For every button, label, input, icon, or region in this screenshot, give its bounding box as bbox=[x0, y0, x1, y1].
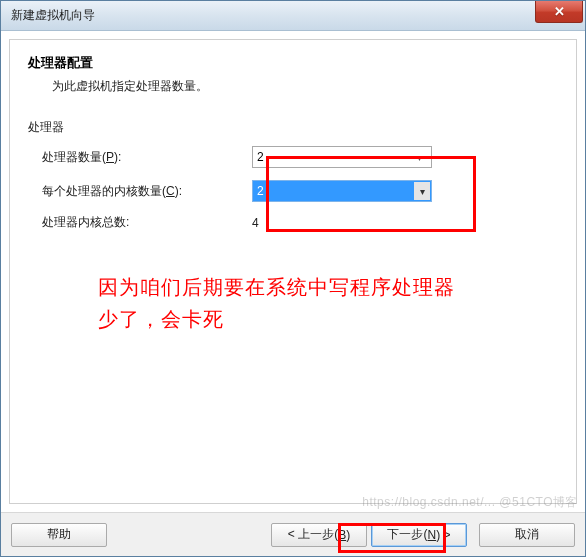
dropdown-value: 2 bbox=[257, 184, 264, 198]
page-subheading: 为此虚拟机指定处理器数量。 bbox=[52, 78, 558, 95]
chevron-down-icon: ▾ bbox=[411, 152, 427, 163]
label-processor-count: 处理器数量(P): bbox=[42, 149, 252, 166]
titlebar: 新建虚拟机向导 ✕ bbox=[1, 1, 585, 31]
label-cores-per-processor: 每个处理器的内核数量(C): bbox=[42, 183, 252, 200]
chevron-down-icon: ▾ bbox=[414, 182, 430, 200]
section-label: 处理器 bbox=[28, 119, 558, 136]
dropdown-cores-per-processor[interactable]: 2 ▾ bbox=[252, 180, 432, 202]
next-button[interactable]: 下一步(N) > bbox=[371, 523, 467, 547]
button-bar: 帮助 < 上一步(B) 下一步(N) > 取消 bbox=[1, 512, 585, 556]
cancel-button[interactable]: 取消 bbox=[479, 523, 575, 547]
row-total-cores: 处理器内核总数: 4 bbox=[28, 214, 558, 231]
back-button[interactable]: < 上一步(B) bbox=[271, 523, 367, 547]
value-total-cores: 4 bbox=[252, 216, 259, 230]
row-processor-count: 处理器数量(P): 2 ▾ bbox=[28, 146, 558, 168]
close-button[interactable]: ✕ bbox=[535, 1, 583, 23]
close-icon: ✕ bbox=[554, 4, 565, 19]
dropdown-value: 2 bbox=[257, 150, 264, 164]
row-cores-per-processor: 每个处理器的内核数量(C): 2 ▾ bbox=[28, 180, 558, 202]
annotation-text: 因为咱们后期要在系统中写程序处理器少了，会卡死 bbox=[98, 271, 458, 335]
dropdown-processor-count[interactable]: 2 ▾ bbox=[252, 146, 432, 168]
content-panel: 处理器配置 为此虚拟机指定处理器数量。 处理器 处理器数量(P): 2 ▾ 每个… bbox=[9, 39, 577, 504]
help-button[interactable]: 帮助 bbox=[11, 523, 107, 547]
watermark: https://blog.csdn.net/... @51CTO博客 bbox=[362, 494, 578, 511]
window-title: 新建虚拟机向导 bbox=[11, 7, 95, 24]
label-total-cores: 处理器内核总数: bbox=[42, 214, 252, 231]
page-heading: 处理器配置 bbox=[28, 54, 558, 72]
wizard-window: 新建虚拟机向导 ✕ 处理器配置 为此虚拟机指定处理器数量。 处理器 处理器数量(… bbox=[0, 0, 586, 557]
